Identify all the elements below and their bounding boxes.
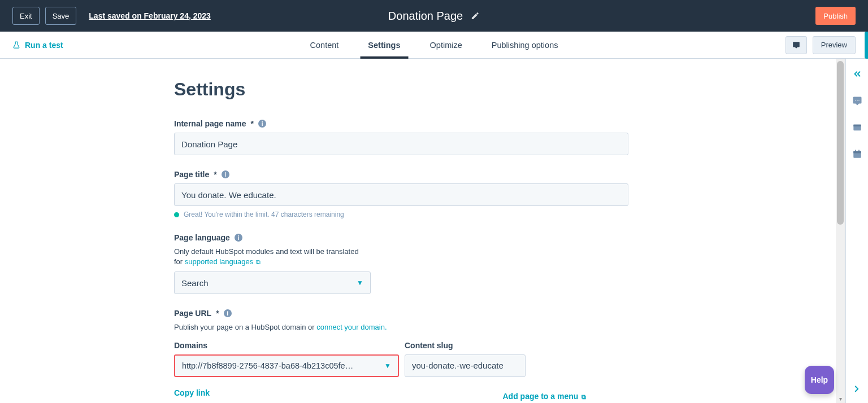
page-language-sub: Only default HubSpot modules and text wi… bbox=[174, 247, 628, 267]
chevrons-left-icon[interactable] bbox=[852, 69, 862, 79]
chat-icon[interactable] bbox=[852, 96, 862, 106]
required-marker: * bbox=[251, 119, 254, 128]
scrollbar-thumb[interactable] bbox=[837, 61, 844, 225]
svg-point-3 bbox=[858, 100, 860, 101]
link-text: supported languages bbox=[185, 257, 253, 266]
info-icon[interactable]: i bbox=[258, 120, 266, 128]
page-url-sub: Publish your page on a HubSpot domain or… bbox=[174, 322, 628, 332]
page-url-label: Page URL * i bbox=[174, 309, 628, 318]
preview-button[interactable]: Preview bbox=[813, 36, 856, 54]
tab-publishing-options[interactable]: Publishing options bbox=[492, 32, 558, 58]
status-dot-icon bbox=[174, 212, 179, 217]
flask-icon bbox=[12, 41, 20, 49]
scrollbar[interactable]: ▾ bbox=[836, 59, 845, 403]
svg-rect-9 bbox=[858, 150, 860, 152]
page-title-label: Page title * i bbox=[174, 170, 628, 179]
field-page-title: Page title * i Great! You're within the … bbox=[174, 170, 628, 218]
url-two-col: Domains http://7b8f8899-2756-4837-ba68-4… bbox=[174, 341, 628, 377]
window-icon[interactable] bbox=[852, 123, 862, 132]
tab-optimize[interactable]: Optimize bbox=[430, 32, 462, 58]
supported-languages-link[interactable]: supported languages ⧉ bbox=[185, 257, 261, 266]
settings-panel: Settings Internal page name * i Page tit… bbox=[174, 59, 628, 397]
caret-down-icon: ▼ bbox=[357, 279, 363, 287]
row-right-actions: Preview bbox=[785, 36, 856, 54]
content-slug-input[interactable] bbox=[405, 354, 526, 377]
required-marker: * bbox=[214, 170, 216, 179]
slug-col: Content slug bbox=[405, 341, 526, 377]
external-link-icon: ⧉ bbox=[254, 259, 261, 265]
label-text: Page URL bbox=[174, 309, 211, 318]
hint-text: Great! You're within the limit. 47 chara… bbox=[184, 211, 344, 218]
domains-col: Domains http://7b8f8899-2756-4837-ba68-4… bbox=[174, 341, 399, 377]
page-language-select[interactable]: Search ▼ bbox=[174, 271, 371, 294]
edge-indicator bbox=[865, 32, 868, 59]
svg-rect-7 bbox=[853, 151, 861, 154]
field-page-url: Page URL * i Publish your page on a HubS… bbox=[174, 309, 628, 397]
sub-line2-prefix: for bbox=[174, 257, 185, 266]
comment-button[interactable] bbox=[785, 36, 807, 54]
run-a-test-link[interactable]: Run a test bbox=[12, 41, 63, 50]
svg-rect-5 bbox=[853, 125, 861, 126]
select-value: Search bbox=[181, 278, 209, 288]
pencil-icon[interactable] bbox=[471, 11, 480, 20]
sub-line1: Only default HubSpot modules and text wi… bbox=[174, 247, 359, 256]
tab-content[interactable]: Content bbox=[310, 32, 339, 58]
required-marker: * bbox=[216, 309, 219, 318]
svg-point-1 bbox=[855, 100, 856, 101]
domain-value: http://7b8f8899-2756-4837-ba68-4b213c05f… bbox=[182, 361, 353, 370]
label-text: Page language bbox=[174, 233, 230, 242]
comment-icon bbox=[792, 41, 801, 49]
info-icon[interactable]: i bbox=[224, 309, 232, 317]
add-menu-text: Add page to a menu bbox=[503, 392, 579, 401]
save-button[interactable]: Save bbox=[45, 7, 77, 25]
add-page-to-menu-link[interactable]: Add page to a menu ⧉ bbox=[503, 392, 587, 401]
tab-settings[interactable]: Settings bbox=[368, 32, 400, 58]
domain-select[interactable]: http://7b8f8899-2756-4837-ba68-4b213c05f… bbox=[174, 354, 399, 377]
internal-name-label: Internal page name * i bbox=[174, 119, 628, 128]
run-a-test-label: Run a test bbox=[25, 41, 63, 50]
label-text: Internal page name bbox=[174, 119, 246, 128]
page-language-label: Page language i bbox=[174, 233, 628, 242]
settings-heading: Settings bbox=[174, 79, 628, 100]
page-title-group: Donation Page bbox=[388, 10, 480, 23]
internal-name-input[interactable] bbox=[174, 133, 628, 155]
chevron-right-icon[interactable] bbox=[845, 384, 868, 394]
main: Settings Internal page name * i Page tit… bbox=[0, 59, 836, 403]
scroll-down-arrow[interactable]: ▾ bbox=[836, 394, 845, 403]
info-icon[interactable]: i bbox=[235, 234, 242, 242]
field-internal-name: Internal page name * i bbox=[174, 119, 628, 155]
domains-label: Domains bbox=[174, 341, 399, 350]
svg-rect-8 bbox=[855, 150, 856, 152]
tabs-row: Run a test Content Settings Optimize Pub… bbox=[0, 32, 868, 59]
content-slug-label: Content slug bbox=[405, 341, 526, 350]
external-link-icon: ⧉ bbox=[581, 393, 586, 400]
connect-domain-link[interactable]: connect your domain. bbox=[316, 323, 387, 331]
caret-down-icon: ▼ bbox=[384, 362, 391, 370]
svg-point-2 bbox=[857, 100, 858, 101]
page-title-hint: Great! You're within the limit. 47 chara… bbox=[174, 211, 628, 218]
field-page-language: Page language i Only default HubSpot mod… bbox=[174, 233, 628, 294]
page-title: Donation Page bbox=[388, 10, 463, 23]
page-title-input[interactable] bbox=[174, 183, 628, 206]
right-rail bbox=[845, 59, 868, 403]
sub-prefix: Publish your page on a HubSpot domain or bbox=[174, 323, 316, 331]
info-icon[interactable]: i bbox=[222, 170, 229, 178]
last-saved-link[interactable]: Last saved on February 24, 2023 bbox=[89, 11, 211, 20]
help-button[interactable]: Help bbox=[805, 366, 834, 394]
exit-button[interactable]: Exit bbox=[12, 7, 40, 25]
calendar-icon[interactable] bbox=[852, 149, 862, 159]
topbar: Exit Save Last saved on February 24, 202… bbox=[0, 0, 868, 32]
tabs: Content Settings Optimize Publishing opt… bbox=[310, 32, 558, 58]
publish-button[interactable]: Publish bbox=[815, 7, 856, 25]
label-text: Page title bbox=[174, 170, 209, 179]
